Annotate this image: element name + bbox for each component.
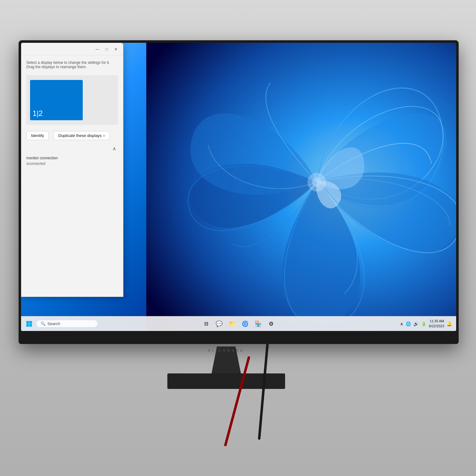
identify-button[interactable]: Identify: [26, 131, 49, 140]
taskview-icon: ⊟: [204, 321, 208, 327]
edge-button[interactable]: 🌀: [240, 318, 251, 329]
settings-window: — □ ✕ Select a display below to change t…: [21, 43, 123, 297]
collapse-button[interactable]: ∧: [111, 145, 118, 152]
taskview-button[interactable]: ⊟: [201, 318, 212, 329]
monitor-bezel: — □ ✕ Select a display below to change t…: [21, 43, 456, 331]
svg-point-2: [312, 178, 321, 187]
monitor-stand-base: [167, 373, 285, 389]
search-bar[interactable]: 🔍 Search: [36, 320, 98, 328]
settings-icon: ⚙: [269, 320, 274, 327]
display-number: 1|2: [33, 109, 43, 118]
settings-button[interactable]: ⚙: [266, 318, 277, 329]
display-diagram: 1|2: [26, 75, 118, 125]
speaker-icon[interactable]: 🔊: [413, 321, 419, 327]
store-icon: 🏪: [255, 320, 262, 327]
search-label: Search: [47, 321, 60, 326]
alienware-logo: ALIENWARE: [186, 349, 267, 352]
window-titlebar: — □ ✕: [21, 43, 123, 55]
search-icon: 🔍: [41, 321, 46, 326]
screen: — □ ✕ Select a display below to change t…: [21, 43, 456, 331]
maximize-button[interactable]: □: [102, 46, 111, 53]
teams-icon: 💬: [216, 320, 223, 327]
svg-rect-4: [29, 321, 32, 324]
taskbar-right: ∧ 🌐 🔊 🔋 11:35 AM 8/22/2023 🔔: [399, 319, 456, 328]
notification-icon[interactable]: 🔔: [446, 321, 452, 327]
duplicate-label: Duplicate these displays: [58, 133, 102, 138]
up-arrow-icon[interactable]: ∧: [399, 321, 404, 327]
edge-icon: 🌀: [242, 320, 249, 327]
store-button[interactable]: 🏪: [253, 318, 264, 329]
globe-icon[interactable]: 🌐: [405, 321, 412, 327]
bloom-wallpaper: [146, 43, 456, 331]
taskbar-clock[interactable]: 11:35 AM 8/22/2023: [429, 319, 444, 328]
chevron-down-icon: ∨: [103, 134, 105, 137]
date-display: 8/22/2023: [429, 324, 444, 328]
start-button[interactable]: [24, 318, 35, 329]
explorer-button[interactable]: 📁: [227, 318, 238, 329]
controls-row: Identify Duplicate these displays ∨: [26, 131, 118, 140]
time-display: 11:35 AM: [429, 319, 444, 324]
battery-icon[interactable]: 🔋: [421, 321, 427, 327]
svg-rect-3: [26, 321, 29, 324]
display-box-1[interactable]: 1|2: [30, 80, 83, 120]
connection-label: monitor connection: [26, 156, 118, 160]
minimize-button[interactable]: —: [93, 46, 102, 53]
collapse-row: ∧: [26, 145, 118, 152]
monitor-frame: — □ ✕ Select a display below to change t…: [19, 40, 459, 344]
svg-rect-5: [26, 324, 29, 327]
taskbar: 🔍 Search ⊟ 💬 📁 🌀: [21, 316, 456, 331]
info-section: monitor connection sconnected: [26, 156, 118, 166]
explorer-icon: 📁: [229, 320, 236, 327]
taskbar-center: ⊟ 💬 📁 🌀 🏪 ⚙: [201, 318, 277, 329]
window-content: Select a display below to change the set…: [21, 55, 123, 297]
duplicate-button[interactable]: Duplicate these displays ∨: [54, 131, 110, 140]
close-button[interactable]: ✕: [111, 46, 121, 53]
teams-button[interactable]: 💬: [214, 318, 225, 329]
svg-rect-6: [29, 324, 32, 327]
systray: ∧ 🌐 🔊 🔋: [399, 321, 427, 327]
connection-status: sconnected: [26, 161, 118, 166]
window-subtitle: Select a display below to change the set…: [26, 60, 118, 69]
